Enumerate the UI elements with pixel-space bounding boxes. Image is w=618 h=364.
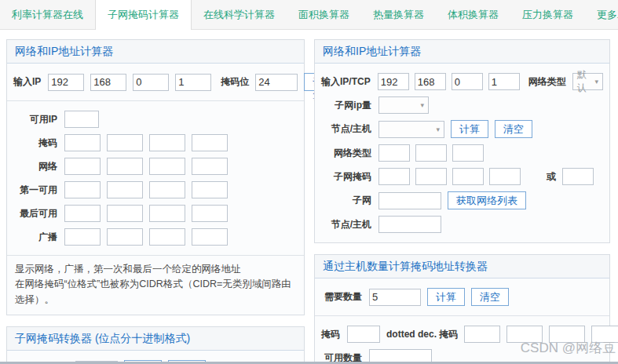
broadcast-octet-2[interactable] bbox=[107, 228, 143, 246]
first-usable-label: 第一可用 bbox=[13, 184, 57, 197]
get-network-list-button[interactable]: 获取网络列表 bbox=[448, 191, 526, 209]
subnet-label: 子网 bbox=[321, 194, 371, 207]
last-octet-4[interactable] bbox=[192, 205, 228, 222]
tab-label: 子网掩码计算器 bbox=[108, 8, 179, 22]
mask-octet-1[interactable] bbox=[64, 134, 101, 151]
subnet-row: 子网 获取网络列表 bbox=[321, 191, 603, 209]
mask-bits-input[interactable] bbox=[255, 74, 298, 91]
right-column: 网络和IP地址计算器 输入IP/TCP 网络类型 默认 ▾ 子网ip量 bbox=[314, 39, 610, 364]
smask-octet-1[interactable] bbox=[378, 168, 410, 185]
last-octet-2[interactable] bbox=[107, 205, 143, 222]
smask-octet-3[interactable] bbox=[452, 168, 484, 185]
nettype-octet-2[interactable] bbox=[415, 144, 447, 162]
network-octet-3[interactable] bbox=[149, 158, 185, 175]
node-host-select[interactable]: ▾ bbox=[378, 121, 444, 138]
mask-octet-3[interactable] bbox=[149, 134, 185, 151]
last-octet-1[interactable] bbox=[64, 205, 101, 222]
ip-octet-3[interactable] bbox=[452, 73, 483, 90]
mask-label: 掩码 bbox=[13, 136, 57, 150]
nettype-octet-3[interactable] bbox=[452, 144, 484, 162]
dotted-octet-2[interactable] bbox=[506, 326, 543, 343]
tab-label: 更多工具 bbox=[597, 8, 618, 22]
clear-button[interactable]: 清空 bbox=[495, 120, 532, 138]
dotted-octet-4[interactable] bbox=[591, 326, 618, 343]
network-type-label: 网络类型 bbox=[528, 75, 566, 89]
main-content: 网络和IP地址计算器 输入IP 掩码位 计算 清空 可用IP bbox=[0, 30, 618, 364]
ip-octet-1[interactable] bbox=[48, 74, 84, 91]
note-line-2: 在网络掩码“位格式”也被称为CIDR格式（CIDR=无类别域间路由选择）。 bbox=[15, 277, 296, 308]
mask-label: 掩码 bbox=[321, 328, 340, 341]
panel-title: 子网掩码转换器 (位点分十进制格式) bbox=[7, 327, 304, 351]
tab-heat-converter[interactable]: 热量换算器 bbox=[361, 0, 436, 29]
calculate-button[interactable]: 计算 bbox=[427, 288, 465, 306]
tab-label: 利率计算器在线 bbox=[12, 8, 83, 22]
ip-octet-4[interactable] bbox=[175, 74, 211, 91]
tab-volume-converter[interactable]: 体积换算器 bbox=[436, 0, 510, 29]
ip-octet-4[interactable] bbox=[488, 73, 520, 90]
quantity-input[interactable] bbox=[369, 289, 421, 306]
ip-input-label: 输入IP bbox=[13, 75, 41, 89]
network-octet-2[interactable] bbox=[107, 158, 143, 175]
dotted-dec-label: dotted dec. 掩码 bbox=[386, 328, 458, 341]
mask-octet-4[interactable] bbox=[192, 134, 228, 151]
mask-result-row: 掩码 dotted dec. 掩码 bbox=[321, 326, 603, 343]
tab-label: 体积换算器 bbox=[448, 8, 499, 22]
panel-title: 通过主机数量计算掩码地址转换器 bbox=[315, 255, 609, 278]
dotted-octet-3[interactable] bbox=[549, 326, 585, 343]
tab-label: 在线科学计算器 bbox=[203, 8, 275, 22]
ip-octet-2[interactable] bbox=[90, 74, 126, 91]
node-host-input[interactable] bbox=[378, 216, 441, 233]
broadcast-octet-4[interactable] bbox=[192, 228, 228, 246]
network-octet-4[interactable] bbox=[192, 158, 228, 175]
tab-scientific-calculator[interactable]: 在线科学计算器 bbox=[192, 0, 287, 29]
or-label: 或 bbox=[547, 170, 556, 184]
mask-bits-label: 掩码位 bbox=[221, 75, 249, 89]
tab-more-tools[interactable]: 更多工具 ▾ bbox=[585, 0, 618, 29]
last-usable-label: 最后可用 bbox=[13, 207, 57, 220]
broadcast-row: 广播 bbox=[13, 228, 298, 246]
select-value: 默认 bbox=[577, 68, 591, 95]
note-line-1: 显示网络，广播，第一次和最后一个给定的网络地址 bbox=[15, 262, 296, 277]
first-octet-1[interactable] bbox=[64, 181, 101, 198]
nettype-octet-1[interactable] bbox=[378, 144, 410, 162]
network-result-row: 网络 bbox=[13, 158, 298, 175]
top-nav: 利率计算器在线 子网掩码计算器 在线科学计算器 面积换算器 热量换算器 体积换算… bbox=[0, 0, 618, 30]
smask-octet-2[interactable] bbox=[415, 168, 447, 185]
panel-title: 网络和IP地址计算器 bbox=[7, 40, 304, 64]
panel-left-ip-calculator: 网络和IP地址计算器 输入IP 掩码位 计算 清空 可用IP bbox=[6, 39, 305, 315]
first-octet-3[interactable] bbox=[149, 181, 185, 198]
subnet-ip-count-select[interactable]: ▾ bbox=[378, 96, 429, 114]
available-ip-input[interactable] bbox=[64, 111, 99, 128]
results-section: 可用IP 掩码 网络 第一可用 最后可用 bbox=[7, 100, 304, 255]
mask-octet-2[interactable] bbox=[107, 134, 143, 151]
mask-bits-alt-input[interactable] bbox=[562, 168, 594, 185]
available-ip-row: 可用IP bbox=[13, 111, 298, 128]
network-label: 网络 bbox=[13, 160, 57, 173]
last-octet-3[interactable] bbox=[149, 205, 185, 222]
dotted-octet-1[interactable] bbox=[464, 326, 500, 343]
tab-pressure-converter[interactable]: 压力换算器 bbox=[510, 0, 585, 29]
broadcast-octet-3[interactable] bbox=[149, 228, 185, 246]
smask-octet-4[interactable] bbox=[489, 168, 521, 185]
subnet-input[interactable] bbox=[378, 192, 441, 209]
ip-tcp-row: 输入IP/TCP 网络类型 默认 ▾ bbox=[321, 73, 603, 90]
tab-interest-calculator[interactable]: 利率计算器在线 bbox=[0, 0, 95, 29]
broadcast-octet-1[interactable] bbox=[64, 228, 101, 246]
first-octet-2[interactable] bbox=[107, 181, 143, 198]
network-type-select[interactable]: 默认 ▾ bbox=[572, 73, 603, 90]
ip-octet-3[interactable] bbox=[133, 74, 169, 91]
network-octet-1[interactable] bbox=[64, 158, 101, 175]
clear-button[interactable]: 清空 bbox=[471, 288, 509, 306]
tab-subnet-calculator[interactable]: 子网掩码计算器 bbox=[95, 0, 192, 30]
tab-area-converter[interactable]: 面积换算器 bbox=[287, 0, 361, 29]
node-host-result-row: 节点/主机 bbox=[321, 216, 603, 233]
panel-note: 显示网络，广播，第一次和最后一个给定的网络地址 在网络掩码“位格式”也被称为CI… bbox=[7, 255, 304, 315]
mask-bits-output[interactable] bbox=[347, 326, 380, 343]
panel-mask-converter: 子网掩码转换器 (位点分十进制格式) 掩码 计算 清空 Dec 十进制 Hex十… bbox=[6, 326, 305, 364]
ip-octet-1[interactable] bbox=[378, 73, 409, 90]
subnet-mask-row: 子网掩码 或 bbox=[321, 168, 603, 185]
ip-octet-2[interactable] bbox=[415, 73, 446, 90]
calculate-button[interactable]: 计算 bbox=[451, 120, 488, 138]
subnet-mask-label: 子网掩码 bbox=[321, 170, 371, 184]
first-octet-4[interactable] bbox=[192, 181, 228, 198]
